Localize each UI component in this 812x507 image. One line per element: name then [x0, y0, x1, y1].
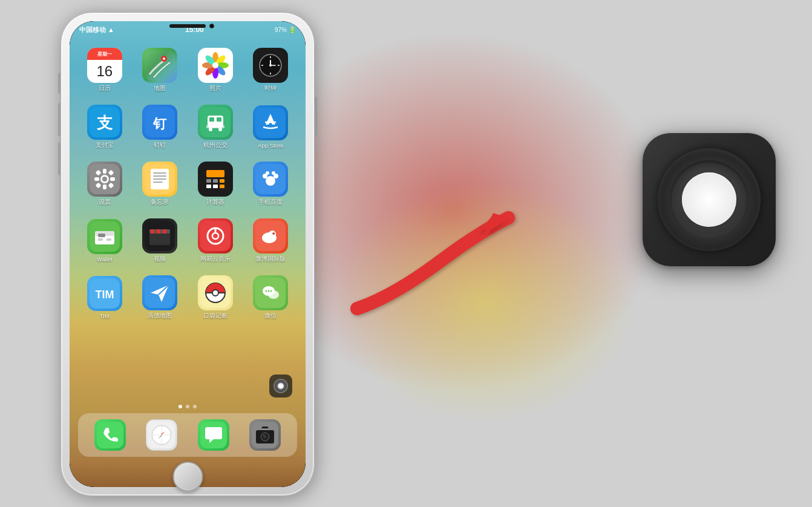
svg-rect-39	[103, 185, 106, 189]
app-gaode-label: 高德地图	[148, 312, 172, 320]
home-button-area	[171, 462, 205, 496]
svg-rect-57	[206, 185, 211, 188]
app-dingding-label: 钉钉	[154, 142, 166, 149]
svg-point-94	[214, 292, 217, 294]
battery-icon: 🔋	[289, 27, 296, 33]
svg-point-12	[212, 62, 218, 68]
dock-phone[interactable]	[94, 419, 126, 451]
app-notes-label: 备忘录	[151, 198, 169, 206]
big-icon-center	[682, 172, 736, 227]
app-calendar[interactable]: 星期一 16 日历	[78, 43, 131, 97]
big-icon-ring-mid	[670, 160, 748, 239]
app-wechat[interactable]: 微信	[244, 270, 298, 325]
app-gaode[interactable]: 高德地图	[134, 270, 187, 325]
big-icon-container	[643, 133, 776, 266]
app-bus-label: 杭州公交	[203, 142, 228, 149]
assistive-touch-dot	[278, 383, 284, 389]
home-button[interactable]	[172, 462, 203, 492]
svg-rect-77	[163, 229, 166, 234]
svg-rect-70	[98, 238, 103, 241]
svg-rect-29	[217, 117, 221, 122]
app-video-label: 视频	[154, 255, 166, 263]
speaker-grille	[169, 24, 206, 28]
app-wallet[interactable]: Wallet	[78, 214, 131, 268]
page-dot-2	[186, 405, 189, 408]
app-dingding[interactable]: 钉 钉钉	[134, 100, 187, 154]
app-baidu-label: 手机百度	[258, 198, 283, 206]
app-appstore-label: App Store	[258, 142, 283, 149]
app-bus[interactable]: 杭州公交	[189, 100, 242, 154]
carrier-label: 中国移动	[79, 25, 106, 34]
app-netease-label: 网易云音乐	[200, 255, 231, 263]
page-dot-3	[193, 405, 197, 408]
status-left: 中国移动 ▲	[79, 25, 114, 34]
app-alipay[interactable]: 支 支付宝	[78, 100, 131, 154]
svg-rect-54	[206, 179, 211, 183]
svg-point-37	[102, 177, 107, 182]
wifi-icon: ▲	[108, 26, 114, 33]
svg-rect-50	[153, 178, 166, 180]
battery-percent: 97%	[275, 27, 287, 33]
page-dot-1	[178, 405, 182, 408]
dock-camera[interactable]	[249, 419, 281, 451]
svg-rect-49	[153, 175, 166, 177]
svg-rect-71	[106, 238, 111, 241]
svg-rect-41	[110, 177, 115, 181]
svg-rect-48	[153, 172, 166, 174]
svg-rect-101	[97, 422, 123, 448]
app-weibo[interactable]: 微博国际版	[244, 214, 298, 268]
svg-rect-56	[220, 179, 224, 183]
svg-point-97	[268, 290, 279, 299]
app-settings[interactable]: 设置	[78, 157, 131, 211]
svg-text:钉: 钉	[152, 116, 167, 131]
svg-rect-0	[145, 50, 175, 80]
app-appstore[interactable]: App Store	[244, 100, 298, 154]
svg-rect-75	[151, 229, 154, 234]
svg-point-98	[266, 290, 267, 292]
front-camera	[209, 24, 214, 28]
svg-point-100	[270, 290, 272, 292]
app-maps-label: 地图	[154, 85, 166, 93]
big-icon-ring-outer	[658, 148, 761, 251]
svg-point-86	[273, 233, 275, 234]
svg-rect-78	[200, 221, 231, 251]
app-video[interactable]: 视频	[134, 214, 187, 268]
svg-point-113	[263, 435, 264, 436]
app-calc[interactable]: 计算器	[189, 157, 242, 211]
phone-body: 中国移动 ▲ 15:00 97% 🔋 星期一 16	[61, 12, 315, 496]
svg-rect-28	[209, 117, 214, 122]
svg-point-21	[269, 64, 272, 67]
arrow-pointer	[321, 200, 551, 333]
svg-rect-53	[206, 170, 224, 177]
app-clock-label: 时钟	[264, 85, 277, 93]
svg-point-65	[272, 171, 275, 175]
app-tim[interactable]: TIM TIM	[78, 270, 131, 325]
dock-safari[interactable]	[146, 419, 177, 451]
app-photos[interactable]: 照片	[189, 43, 242, 97]
app-baidu[interactable]: 手机百度	[244, 157, 298, 211]
svg-text:TIM: TIM	[95, 289, 114, 301]
svg-text:支: 支	[96, 114, 113, 132]
app-pocket[interactable]: 口袋记账	[189, 270, 242, 325]
phone-screen: 中国移动 ▲ 15:00 97% 🔋 星期一 16	[70, 21, 306, 487]
app-clock[interactable]: 时钟	[244, 43, 298, 97]
app-alipay-label: 支付宝	[96, 142, 114, 149]
phone-inner: 中国移动 ▲ 15:00 97% 🔋 星期一 16	[70, 21, 306, 487]
app-maps[interactable]: 地图	[134, 43, 187, 97]
page-indicator	[178, 405, 197, 408]
assistive-touch-button[interactable]	[269, 375, 292, 397]
app-netease[interactable]: 网易云音乐	[189, 214, 242, 268]
app-calc-label: 计算器	[206, 198, 224, 206]
svg-rect-51	[153, 182, 163, 183]
app-pocket-label: 口袋记账	[203, 312, 228, 320]
app-wallet-label: Wallet	[97, 256, 113, 263]
app-photos-label: 照片	[209, 85, 221, 93]
svg-rect-76	[157, 229, 160, 234]
dock-messages[interactable]	[198, 419, 229, 451]
app-notes[interactable]: 备忘录	[134, 157, 187, 211]
svg-rect-55	[213, 179, 218, 183]
svg-point-61	[266, 176, 275, 186]
svg-point-2	[163, 57, 165, 60]
app-wechat-label: 微信	[264, 312, 277, 320]
app-calendar-label: 日历	[99, 85, 111, 93]
